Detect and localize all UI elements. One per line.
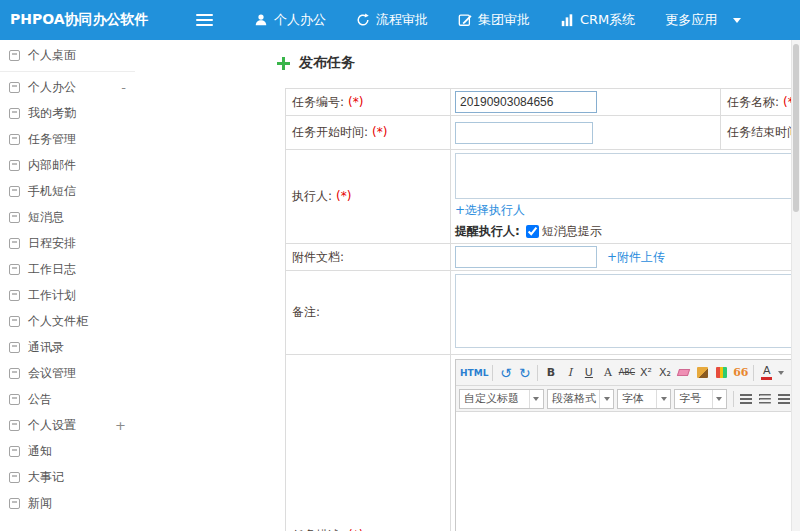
sidebar-item-contacts[interactable]: 通讯录 bbox=[0, 334, 135, 360]
office-icon bbox=[9, 82, 20, 93]
strikethrough-button[interactable]: ABC bbox=[618, 363, 635, 383]
scrollbar-thumb[interactable] bbox=[793, 44, 799, 212]
paragraph-format-select[interactable]: 段落格式 bbox=[547, 389, 614, 409]
required-mark: (*) bbox=[348, 95, 363, 109]
brush-icon[interactable] bbox=[694, 363, 711, 383]
contacts-icon bbox=[9, 342, 20, 353]
format-paint-icon[interactable] bbox=[713, 363, 730, 383]
sidebar-item-desktop[interactable]: 个人桌面 bbox=[0, 40, 135, 72]
start-time-input[interactable] bbox=[455, 122, 593, 144]
sidebar-item-events[interactable]: 大事记 bbox=[0, 464, 135, 490]
nav-process-approval[interactable]: 流程审批 bbox=[356, 11, 428, 29]
notice-icon bbox=[9, 446, 20, 457]
nav-personal-office[interactable]: 个人办公 bbox=[254, 11, 326, 29]
note-textarea[interactable] bbox=[455, 274, 795, 348]
sidebar-item-label: 通讯录 bbox=[28, 339, 64, 356]
sidebar-item-label: 个人桌面 bbox=[28, 47, 76, 64]
chevron-down-icon[interactable] bbox=[733, 18, 741, 23]
page-title-text: 发布任务 bbox=[299, 54, 355, 72]
sidebar-item-internal-mail[interactable]: 内部邮件 bbox=[0, 152, 135, 178]
plan-icon bbox=[9, 290, 20, 301]
news-icon bbox=[9, 498, 20, 509]
sidebar-item-label: 个人文件柜 bbox=[28, 313, 88, 330]
top-nav: 个人办公 流程审批 集团审批 CRM系统 更多应用 bbox=[239, 11, 756, 29]
sms-remind-label: 短消息提示 bbox=[542, 223, 602, 240]
font-family-select[interactable]: 字体 bbox=[617, 389, 671, 409]
sidebar-item-label: 大事记 bbox=[28, 469, 64, 486]
eraser-icon[interactable] bbox=[675, 363, 692, 383]
nav-group-approval[interactable]: 集团审批 bbox=[458, 11, 530, 29]
log-icon bbox=[9, 264, 20, 275]
nav-crm-system[interactable]: CRM系统 bbox=[560, 11, 635, 29]
font-color-button[interactable]: A bbox=[758, 363, 775, 383]
task-name-label: 任务名称: bbox=[727, 95, 779, 109]
menu-toggle-icon[interactable] bbox=[192, 7, 217, 33]
task-description-editor: HTML ↺ ↻ B I U A ABC X² X₂ 66 bbox=[455, 359, 797, 531]
select-executor-link[interactable]: +选择执行人 bbox=[455, 202, 525, 219]
sidebar-item-label: 工作计划 bbox=[28, 287, 76, 304]
sidebar: 个人桌面 个人办公 - 我的考勤 任务管理 内部邮件 手机短信 短消息 日程安排… bbox=[0, 40, 135, 531]
sidebar-group-personal-office[interactable]: 个人办公 - bbox=[0, 74, 135, 100]
sidebar-item-work-log[interactable]: 工作日志 bbox=[0, 256, 135, 282]
align-center-icon[interactable] bbox=[756, 390, 773, 408]
chevron-down-icon bbox=[712, 389, 726, 409]
font-size-select[interactable]: 字号 bbox=[674, 389, 726, 409]
underline-button[interactable]: U bbox=[580, 363, 597, 383]
font-button[interactable]: A bbox=[599, 363, 616, 383]
editor-content[interactable] bbox=[456, 412, 796, 531]
phone-sms-icon bbox=[9, 186, 20, 197]
sidebar-item-label: 新闻 bbox=[28, 495, 52, 512]
chevron-down-icon[interactable] bbox=[778, 371, 784, 375]
superscript-button[interactable]: X² bbox=[637, 363, 654, 383]
italic-button[interactable]: I bbox=[561, 363, 578, 383]
sidebar-item-schedule[interactable]: 日程安排 bbox=[0, 230, 135, 256]
sidebar-item-label: 工作日志 bbox=[28, 261, 76, 278]
attachment-upload-link[interactable]: +附件上传 bbox=[607, 249, 665, 266]
sidebar-item-work-plan[interactable]: 工作计划 bbox=[0, 282, 135, 308]
editor-toolbar-row2: 自定义标题 段落格式 字体 字号 bbox=[456, 386, 796, 412]
task-number-input[interactable] bbox=[455, 91, 597, 113]
sidebar-item-label: 短消息 bbox=[28, 209, 64, 226]
sidebar-item-file-cabinet[interactable]: 个人文件柜 bbox=[0, 308, 135, 334]
sidebar-item-label: 会议管理 bbox=[28, 365, 76, 382]
sidebar-item-sms[interactable]: 手机短信 bbox=[0, 178, 135, 204]
sidebar-item-announcement[interactable]: 公告 bbox=[0, 386, 135, 412]
toolbar-separator bbox=[537, 365, 538, 381]
vertical-scrollbar bbox=[791, 40, 800, 531]
bold-button[interactable]: B bbox=[542, 363, 559, 383]
align-left-icon[interactable] bbox=[738, 390, 755, 408]
sidebar-item-short-message[interactable]: 短消息 bbox=[0, 204, 135, 230]
subscript-button[interactable]: X₂ bbox=[656, 363, 673, 383]
nav-more-apps[interactable]: 更多应用 bbox=[665, 11, 741, 29]
sidebar-group-personal-settings[interactable]: 个人设置 + bbox=[0, 412, 135, 438]
sidebar-item-notice[interactable]: 通知 bbox=[0, 438, 135, 464]
publish-task-form: 任务编号:(*) 任务名称:(*) 任务开始时间:(*) 任务结束时间:(*) … bbox=[285, 88, 800, 531]
attachment-input[interactable] bbox=[455, 246, 597, 268]
sms-remind-checkbox[interactable] bbox=[526, 225, 539, 238]
sidebar-item-label: 公告 bbox=[28, 391, 52, 408]
sidebar-item-meeting[interactable]: 会议管理 bbox=[0, 360, 135, 386]
task-icon bbox=[9, 134, 20, 145]
custom-title-select[interactable]: 自定义标题 bbox=[459, 389, 544, 409]
undo-icon[interactable]: ↺ bbox=[497, 363, 514, 383]
html-source-button[interactable]: HTML bbox=[460, 363, 488, 383]
meeting-icon bbox=[9, 368, 20, 379]
sidebar-item-label: 日程安排 bbox=[28, 235, 76, 252]
calendar-icon bbox=[9, 238, 20, 249]
app-logo: PHPOA协同办公软件 bbox=[0, 11, 178, 29]
collapse-icon[interactable]: - bbox=[121, 81, 126, 94]
end-time-label: 任务结束时间: bbox=[727, 125, 800, 139]
executor-textarea[interactable] bbox=[455, 153, 795, 199]
settings-icon bbox=[9, 420, 20, 431]
sidebar-item-label: 通知 bbox=[28, 443, 52, 460]
sidebar-item-attendance[interactable]: 我的考勤 bbox=[0, 100, 135, 126]
expand-icon[interactable]: + bbox=[115, 419, 126, 432]
sidebar-item-news[interactable]: 新闻 bbox=[0, 490, 135, 516]
align-right-icon[interactable] bbox=[775, 390, 792, 408]
redo-icon[interactable]: ↻ bbox=[516, 363, 533, 383]
nav-label: 更多应用 bbox=[665, 11, 717, 29]
remind-executor-label: 提醒执行人: bbox=[455, 223, 520, 240]
sidebar-item-task-management[interactable]: 任务管理 bbox=[0, 126, 135, 152]
file-cabinet-icon bbox=[9, 316, 20, 327]
blockquote-button[interactable]: 66 bbox=[732, 363, 749, 383]
